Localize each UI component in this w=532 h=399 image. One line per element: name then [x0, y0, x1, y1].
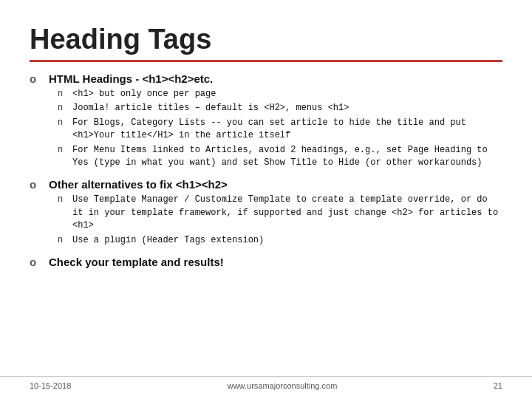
bullet-o-1: o: [30, 72, 46, 85]
item-text: <h1> but only once per page: [72, 88, 216, 100]
slide-title: Heading Tags: [30, 24, 502, 55]
bullet-o-3: o: [30, 256, 46, 268]
item-text: Joomla! article titles – default is <H2>…: [72, 102, 349, 115]
section-header-3: o Check your template and results!: [30, 256, 502, 268]
bullet-n: n: [58, 117, 69, 128]
bullet-o-2: o: [30, 178, 46, 191]
section-html-headings: o HTML Headings - <h1><h2>etc. n <h1> bu…: [30, 72, 502, 171]
item-text: For Menu Items linked to Articles, avoid…: [72, 144, 502, 170]
footer: 10-15-2018 www.ursamajorconsulting.com 2…: [0, 376, 532, 390]
title-underline: [30, 60, 502, 62]
list-item: n Joomla! article titles – default is <H…: [58, 102, 502, 115]
list-item: n Use Template Manager / Customize Templ…: [58, 194, 502, 232]
footer-date: 10-15-2018: [30, 381, 71, 390]
list-item: n Use a plugin (Header Tags extension): [58, 234, 502, 247]
list-item: n <h1> but only once per page: [58, 88, 502, 100]
footer-page-number: 21: [494, 381, 502, 390]
item-text: Use Template Manager / Customize Templat…: [72, 194, 502, 232]
bullet-n: n: [58, 194, 69, 205]
item-text: For Blogs, Category Lists -- you can set…: [72, 117, 466, 143]
bullet-n: n: [58, 88, 69, 99]
list-item: n For Blogs, Category Lists -- you can s…: [58, 117, 502, 143]
bullet-n: n: [58, 102, 69, 113]
section-header-1: o HTML Headings - <h1><h2>etc.: [30, 72, 502, 85]
section-header-2: o Other alternatives to fix <h1><h2>: [30, 178, 502, 191]
section-title-2: Other alternatives to fix <h1><h2>: [49, 178, 228, 191]
items-list-1: n <h1> but only once per page n Joomla! …: [58, 88, 502, 169]
section-check-template: o Check your template and results!: [30, 256, 502, 271]
section-title-3: Check your template and results!: [49, 256, 224, 268]
footer-url: www.ursamajorconsulting.com: [228, 381, 338, 390]
section-other-alternatives: o Other alternatives to fix <h1><h2> n U…: [30, 178, 502, 248]
section-title-1: HTML Headings - <h1><h2>etc.: [49, 72, 213, 85]
items-list-2: n Use Template Manager / Customize Templ…: [58, 194, 502, 247]
bullet-n: n: [58, 234, 69, 245]
bullet-n: n: [58, 144, 69, 155]
list-item: n For Menu Items linked to Articles, avo…: [58, 144, 502, 170]
slide: Heading Tags o HTML Headings - <h1><h2>e…: [0, 0, 532, 399]
item-text: Use a plugin (Header Tags extension): [72, 234, 264, 247]
